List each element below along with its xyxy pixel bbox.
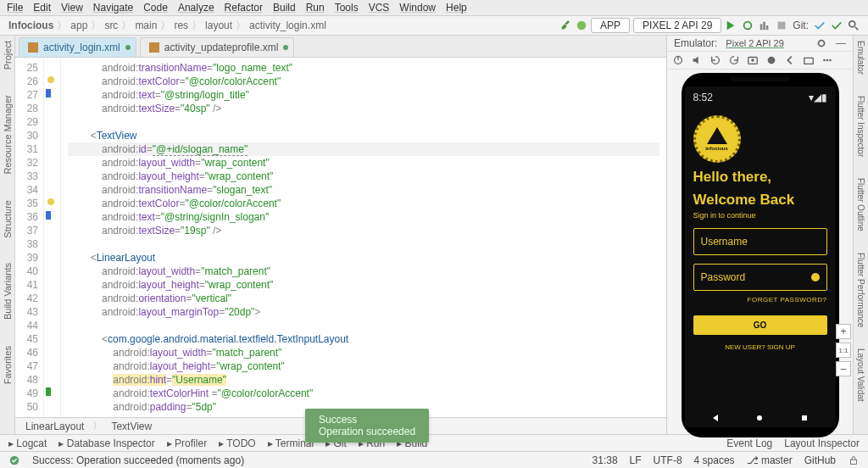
layout-validation-tool[interactable]: Layout Validat bbox=[856, 348, 865, 402]
camera-icon[interactable] bbox=[803, 54, 815, 66]
lock-icon[interactable] bbox=[848, 454, 860, 466]
emulator-device-link[interactable]: Pixel 2 API 29 bbox=[726, 38, 784, 48]
zoom-out-button[interactable]: – bbox=[836, 361, 851, 376]
profiler-icon[interactable] bbox=[759, 20, 771, 31]
run-config-select[interactable]: APP bbox=[591, 18, 630, 33]
menu-run[interactable]: Run bbox=[306, 2, 325, 14]
crumb-5[interactable]: layout bbox=[205, 20, 232, 31]
login-slogan: Sign in to continue bbox=[693, 211, 827, 220]
github-link[interactable]: GitHub bbox=[804, 454, 836, 466]
emulator-panel: Emulator: Pixel 2 API 29 — 8:52 bbox=[666, 36, 853, 434]
zoom-fit-button[interactable]: 1:1 bbox=[836, 343, 851, 358]
forgot-password-link[interactable]: FORGET PASSWORD? bbox=[693, 296, 827, 304]
device-notch bbox=[731, 76, 790, 81]
tab-activity_login.xml[interactable]: activity_login.xml bbox=[19, 37, 136, 57]
svg-line-8 bbox=[855, 27, 859, 31]
device-select[interactable]: PIXEL 2 API 29 bbox=[633, 18, 721, 33]
nav-back-icon[interactable] bbox=[711, 414, 720, 422]
crumb-6[interactable]: activity_login.xml bbox=[249, 20, 326, 31]
go-button[interactable]: GO bbox=[693, 315, 827, 335]
gear-icon[interactable] bbox=[815, 37, 827, 49]
crumb-3[interactable]: main bbox=[135, 20, 157, 31]
crumb-4[interactable]: res bbox=[174, 20, 188, 31]
password-field[interactable]: Password bbox=[693, 264, 827, 291]
screenshot-icon[interactable] bbox=[747, 54, 759, 66]
menu-analyze[interactable]: Analyze bbox=[178, 2, 214, 14]
tool-database-inspector[interactable]: ▸ Database Inspector bbox=[58, 437, 154, 449]
run-config-group: APP PIXEL 2 API 29 bbox=[560, 18, 737, 33]
svg-point-11 bbox=[819, 41, 825, 47]
hammer-icon[interactable] bbox=[560, 20, 572, 31]
username-field[interactable]: Username bbox=[693, 228, 827, 255]
breadcrumb[interactable]: Infocious〉app〉src〉main〉res〉layout〉activi… bbox=[8, 19, 555, 33]
crumb-0[interactable]: Infocious bbox=[8, 20, 53, 31]
flutter-outline-tool[interactable]: Flutter Outline bbox=[856, 178, 865, 231]
back-icon[interactable] bbox=[784, 54, 796, 66]
gutter-markers bbox=[44, 58, 61, 417]
svg-rect-0 bbox=[565, 20, 570, 25]
tab-activity_updateprofile.xml[interactable]: activity_updateprofile.xml bbox=[140, 37, 295, 57]
menu-edit[interactable]: Edit bbox=[33, 2, 51, 14]
menu-help[interactable]: Help bbox=[446, 2, 467, 14]
device-screen[interactable]: 8:52 ▾◢▮ infocious Hello there, Welcome … bbox=[685, 86, 836, 427]
menu-view[interactable]: View bbox=[61, 2, 83, 14]
menu-build[interactable]: Build bbox=[273, 2, 296, 14]
structure-tool[interactable]: Structure bbox=[3, 200, 13, 238]
power-icon[interactable] bbox=[672, 54, 684, 66]
project-tool[interactable]: Project bbox=[3, 41, 13, 70]
svg-rect-5 bbox=[766, 25, 769, 30]
git-branch[interactable]: ⎇ master bbox=[747, 454, 793, 466]
indent-setting[interactable]: 4 spaces bbox=[694, 454, 735, 466]
svg-rect-4 bbox=[764, 22, 766, 31]
more-icon[interactable] bbox=[821, 54, 833, 66]
volume-icon[interactable] bbox=[691, 54, 703, 66]
nav-home-icon[interactable] bbox=[755, 414, 764, 422]
editor-body[interactable]: 2526272829303132333435363738394041424344… bbox=[15, 58, 666, 417]
flutter-inspector-tool[interactable]: Flutter Inspector bbox=[856, 96, 865, 157]
eye-icon[interactable] bbox=[811, 273, 820, 281]
zoom-in-button[interactable]: + bbox=[836, 324, 851, 339]
git-check-icon[interactable] bbox=[814, 20, 826, 31]
crumb-2[interactable]: src bbox=[104, 20, 118, 31]
git-commit-icon[interactable] bbox=[831, 20, 843, 31]
caret-position[interactable]: 31:38 bbox=[593, 454, 618, 466]
minimize-icon[interactable]: — bbox=[836, 37, 846, 49]
tool-profiler[interactable]: ▸ Profiler bbox=[167, 437, 207, 449]
file-encoding[interactable]: UTF-8 bbox=[654, 454, 682, 466]
line-separator[interactable]: LF bbox=[630, 454, 642, 466]
device-frame-wrap: 8:52 ▾◢▮ infocious Hello there, Welcome … bbox=[667, 70, 853, 441]
emulator-tool[interactable]: Emulator bbox=[856, 41, 865, 75]
toolbar-icon-group: Git: bbox=[742, 20, 860, 31]
menu-tools[interactable]: Tools bbox=[335, 2, 359, 14]
code-content[interactable]: android:transitionName="logo_name_text" … bbox=[61, 58, 666, 417]
rotate-right-icon[interactable] bbox=[728, 54, 740, 66]
menu-navigate[interactable]: Navigate bbox=[93, 2, 133, 14]
debug-icon[interactable] bbox=[742, 20, 754, 31]
play-icon[interactable] bbox=[725, 20, 737, 31]
menu-file[interactable]: File bbox=[7, 2, 23, 14]
menu-refactor[interactable]: Refactor bbox=[225, 2, 263, 14]
flutter-performance-tool[interactable]: Flutter Performance bbox=[856, 253, 865, 327]
stop-icon[interactable] bbox=[776, 20, 787, 31]
password-hint: Password bbox=[701, 271, 746, 283]
tool-todo[interactable]: ▸ TODO bbox=[219, 437, 256, 449]
menu-bar: FileEditViewNavigateCodeAnalyzeRefactorB… bbox=[0, 0, 868, 16]
success-toast: Success Operation succeeded bbox=[305, 409, 429, 443]
crumb-1[interactable]: app bbox=[70, 20, 87, 31]
menu-vcs[interactable]: VCS bbox=[369, 2, 390, 14]
record-icon[interactable] bbox=[765, 54, 777, 66]
zoom-controls: + 1:1 – bbox=[836, 324, 851, 376]
rotate-left-icon[interactable] bbox=[709, 54, 721, 66]
signup-link[interactable]: NEW USER? SIGN UP bbox=[693, 343, 827, 351]
resource-manager-tool[interactable]: Resource Manager bbox=[3, 95, 13, 175]
tool-logcat[interactable]: ▸ Logcat bbox=[8, 437, 47, 449]
menu-code[interactable]: Code bbox=[143, 2, 168, 14]
svg-point-20 bbox=[829, 59, 832, 62]
favorites-tool[interactable]: Favorites bbox=[3, 346, 13, 384]
nav-recent-icon[interactable] bbox=[800, 414, 809, 422]
build-variants-tool[interactable]: Build Variants bbox=[3, 263, 13, 320]
search-icon[interactable] bbox=[848, 20, 860, 31]
device-frame: 8:52 ▾◢▮ infocious Hello there, Welcome … bbox=[682, 73, 839, 437]
menu-window[interactable]: Window bbox=[399, 2, 436, 14]
device-nav-keys bbox=[693, 407, 827, 422]
